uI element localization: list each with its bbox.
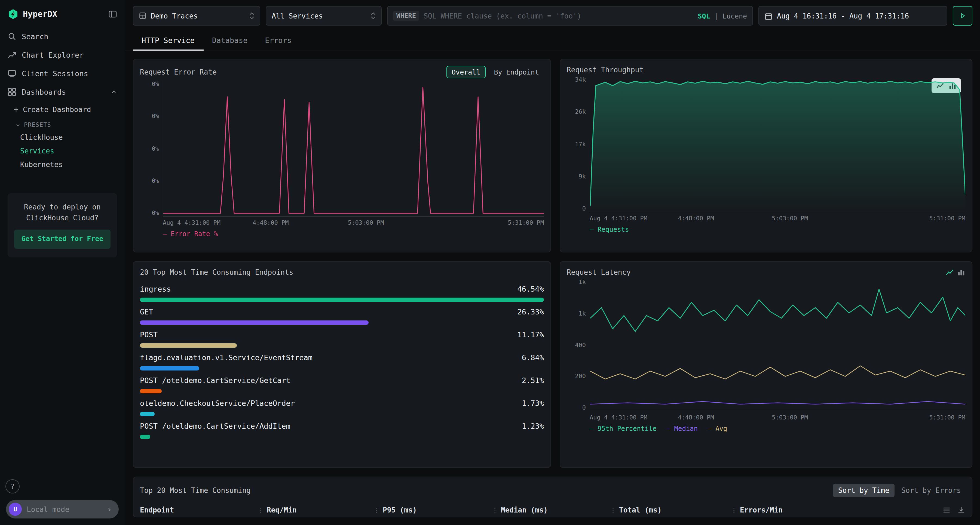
legend-item: — Median <box>667 425 698 433</box>
logo-row: HyperDX <box>0 0 125 27</box>
tab-errors[interactable]: Errors <box>256 30 300 51</box>
sort-by-errors-button[interactable]: Sort by Errors <box>897 484 965 497</box>
endpoint-row[interactable]: oteldemo.CheckoutService/PlaceOrder1.73% <box>140 395 544 418</box>
endpoint-row[interactable]: POST /oteldemo.CartService/AddItem1.23% <box>140 418 544 441</box>
table-column-header[interactable]: ⋮Median (ms) <box>492 506 610 514</box>
card-title: 20 Top Most Time Consuming Endpoints <box>140 268 293 276</box>
help-button[interactable]: ? <box>5 479 20 493</box>
chevron-right-icon: › <box>107 505 111 514</box>
columns-icon[interactable] <box>942 506 951 514</box>
x-axis-tick: 5:03:00 PM <box>348 219 384 226</box>
table-column-header[interactable]: ⋮Errors/Min <box>731 506 942 514</box>
endpoint-value: 6.84% <box>522 353 544 362</box>
y-axis-tick: 26k <box>575 109 586 116</box>
legend-item: — 95th Percentile <box>590 425 657 433</box>
plus-icon <box>13 106 19 113</box>
table-header-icons <box>942 506 965 514</box>
chart-legend: — Requests <box>590 222 965 235</box>
endpoint-label: flagd.evaluation.v1.Service/EventStream <box>140 353 312 362</box>
endpoint-label: POST /oteldemo.CartService/AddItem <box>140 422 290 430</box>
create-dashboard-button[interactable]: Create Dashboard <box>0 101 125 117</box>
table-column-header[interactable]: ⋮Total (ms) <box>610 506 731 514</box>
tab-database[interactable]: Database <box>204 30 256 51</box>
sql-where-input[interactable] <box>423 12 694 20</box>
bar-chart-icon[interactable] <box>957 268 965 276</box>
table-column-header[interactable]: ⋮Req/Min <box>258 506 374 514</box>
endpoint-line: ingress46.54% <box>140 284 544 293</box>
download-icon[interactable] <box>957 506 965 514</box>
column-label: Errors/Min <box>740 506 783 514</box>
clickhouse-cloud-promo: Ready to deploy on ClickHouse Cloud? Get… <box>8 193 117 257</box>
source-select[interactable]: Demo Traces <box>133 6 260 25</box>
chevron-up-icon <box>111 89 117 95</box>
x-axis-tick: Aug 4 4:31:00 PM <box>590 215 648 222</box>
get-started-button[interactable]: Get Started for Free <box>14 230 110 249</box>
chart-plot-area[interactable] <box>590 279 965 411</box>
query-language-toggle[interactable]: SQL | Lucene <box>698 12 747 20</box>
y-axis-tick: 0% <box>152 209 159 217</box>
chart-plot-area[interactable] <box>590 76 965 212</box>
endpoint-value: 26.33% <box>517 308 544 316</box>
x-axis-tick: 5:31:00 PM <box>929 215 965 222</box>
chart-plot-area[interactable] <box>163 81 544 217</box>
top-endpoints-card: 20 Top Most Time Consuming Endpoints ing… <box>133 261 551 468</box>
calendar-icon <box>764 12 773 20</box>
by-endpoint-toggle-button[interactable]: By Endpoint <box>489 67 544 78</box>
table-column-header[interactable]: Endpoint <box>140 506 258 514</box>
endpoint-value: 1.73% <box>522 399 544 408</box>
line-chart-icon[interactable] <box>946 268 954 276</box>
y-axis: 0%0%0%0%0% <box>140 81 163 217</box>
y-axis-tick: 34k <box>575 76 586 83</box>
sidebar-item-chart-explorer[interactable]: Chart Explorer <box>0 46 125 64</box>
endpoint-bar <box>140 298 544 302</box>
endpoint-line: POST /oteldemo.CartService/GetCart2.51% <box>140 376 544 385</box>
endpoint-line: POST /oteldemo.CartService/AddItem1.23% <box>140 422 544 430</box>
card-title: Request Error Rate <box>140 68 217 76</box>
brand-name: HyperDX <box>23 9 104 19</box>
topbar: Demo Traces All Services WHERE SQL | Luc… <box>125 0 980 30</box>
promo-line1: Ready to deploy on <box>13 202 111 213</box>
x-axis-tick: 4:48:00 PM <box>253 219 288 226</box>
date-range-picker[interactable]: Aug 4 16:31:16 - Aug 4 17:31:16 <box>759 6 947 25</box>
endpoint-row[interactable]: flagd.evaluation.v1.Service/EventStream6… <box>140 349 544 372</box>
sidebar-collapse-icon[interactable] <box>108 10 117 19</box>
tab-http-service[interactable]: HTTP Service <box>133 30 204 51</box>
service-select[interactable]: All Services <box>266 6 382 25</box>
time-consuming-table-card: Top 20 Most Time Consuming Sort by Time … <box>133 477 972 517</box>
sort-icon: ⋮ <box>731 506 737 514</box>
sidebar-preset-clickhouse[interactable]: ClickHouse <box>0 130 125 144</box>
endpoint-value: 1.23% <box>522 422 544 430</box>
user-avatar[interactable]: U <box>9 503 22 516</box>
column-label: P95 (ms) <box>383 506 417 514</box>
sidebar-item-search[interactable]: Search <box>0 27 125 46</box>
endpoint-row[interactable]: POST11.17% <box>140 327 544 349</box>
monitor-icon <box>8 69 16 78</box>
y-axis-tick: 400 <box>575 341 586 349</box>
column-label: Req/Min <box>267 506 297 514</box>
sidebar-item-dashboards[interactable]: Dashboards <box>0 83 125 101</box>
sidebar-item-label: Search <box>22 32 48 41</box>
y-axis-tick: 1k <box>579 310 586 317</box>
run-query-button[interactable] <box>953 6 972 25</box>
endpoint-row[interactable]: POST /oteldemo.CartService/GetCart2.51% <box>140 372 544 395</box>
endpoint-bar <box>140 435 151 439</box>
endpoint-bar <box>140 320 369 325</box>
sort-icon: ⋮ <box>374 506 380 514</box>
overall-toggle-button[interactable]: Overall <box>446 66 486 78</box>
table-column-header[interactable]: ⋮P95 (ms) <box>374 506 492 514</box>
local-mode-pill[interactable]: U Local mode › <box>6 500 119 519</box>
y-axis-tick: 1k <box>579 279 586 285</box>
endpoint-label: oteldemo.CheckoutService/PlaceOrder <box>140 399 295 408</box>
endpoint-row[interactable]: ingress46.54% <box>140 281 544 304</box>
endpoint-row[interactable]: GET26.33% <box>140 304 544 327</box>
presets-toggle[interactable]: PRESETS <box>0 117 125 130</box>
chart-explorer-icon <box>8 51 16 59</box>
service-select-value: All Services <box>272 12 323 20</box>
sort-by-time-button[interactable]: Sort by Time <box>833 484 895 497</box>
sidebar-preset-kubernetes[interactable]: Kubernetes <box>0 158 125 171</box>
x-axis-tick: Aug 4 4:31:00 PM <box>163 219 221 226</box>
sidebar-item-client-sessions[interactable]: Client Sessions <box>0 64 125 83</box>
legend-item: — Requests <box>590 226 629 233</box>
sidebar-preset-services[interactable]: Services <box>0 144 125 158</box>
endpoint-bar <box>140 343 237 347</box>
